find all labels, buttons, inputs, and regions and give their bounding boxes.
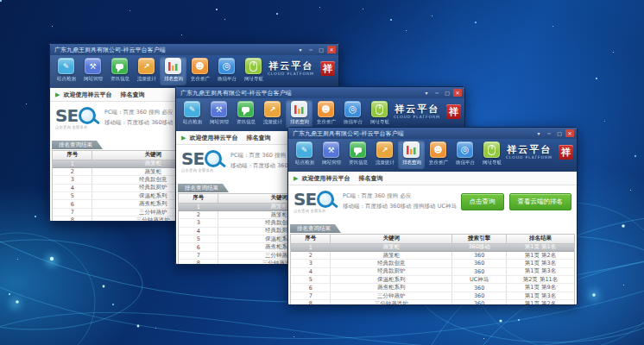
- toolbar-item-label: 流量统计: [136, 75, 155, 82]
- skin-icon[interactable]: ▾: [296, 46, 305, 53]
- welcome-bar: ▶ 欢迎使用祥云平台 排名查询: [288, 172, 577, 185]
- toolbar-item-label: 网址导航: [243, 75, 262, 82]
- seo-tagline: 点击查询 全面排名: [181, 168, 218, 172]
- table-row[interactable]: 1 蒸笼柜 360移动 第1页 第1名: [291, 244, 574, 252]
- cell-engine: 360: [452, 260, 507, 267]
- cell-no: 6: [291, 284, 331, 291]
- toolbar-item[interactable]: 排名查询: [286, 100, 313, 129]
- cell-keyword: 经典款创意: [331, 260, 452, 267]
- window-title: 广东九鼎王厨具有限公司-祥云平台客户端: [180, 89, 422, 97]
- results-tab[interactable]: 排名查询结果: [290, 224, 341, 233]
- window-controls: ▾ ─ ▢ ✕: [534, 129, 574, 137]
- table-row[interactable]: 8 三分钟蒸汽炉 360 第1页 第2名: [291, 300, 574, 305]
- close-icon[interactable]: ✕: [327, 46, 336, 53]
- toolbar-item-label: 网站管理: [83, 75, 102, 82]
- close-icon[interactable]: ✕: [453, 89, 462, 97]
- table-row[interactable]: 2 蒸笼柜 360 第1页 第2名: [291, 252, 574, 260]
- toolbar-item-label: 网站管理: [209, 118, 228, 125]
- cell-no: 7: [179, 252, 218, 259]
- cell-engine: 360: [452, 268, 507, 275]
- cell-keyword: 蒸笼柜: [331, 244, 452, 251]
- cell-no: 2: [53, 168, 92, 175]
- maximize-icon[interactable]: ▢: [555, 129, 564, 137]
- toolbar-item[interactable]: 资讯信息: [232, 100, 259, 129]
- ranking-query-icon: [165, 58, 181, 74]
- toolbar-item[interactable]: 网站管理: [318, 141, 344, 169]
- site-manage-icon: [323, 141, 339, 158]
- site-check-icon: [58, 58, 74, 74]
- toolbar-item[interactable]: 站点检测: [291, 141, 318, 169]
- toolbar-item-label: 排名查询: [289, 118, 308, 125]
- toolbar-item[interactable]: 网站管理: [205, 100, 232, 129]
- skin-icon[interactable]: ▾: [422, 89, 431, 97]
- toolbar-item[interactable]: 流量统计: [259, 100, 286, 129]
- toolbar-item[interactable]: 流量统计: [133, 57, 160, 85]
- table-row[interactable]: 3 经典款创意 360 第1页 第3名: [291, 260, 574, 267]
- cell-no: 2: [291, 252, 331, 259]
- skin-icon[interactable]: ▾: [534, 129, 543, 137]
- site-nav-icon: [371, 101, 388, 117]
- traffic-stats-icon: [264, 101, 281, 117]
- seo-logo-text: SE: [181, 150, 204, 167]
- cell-no: 2: [179, 211, 218, 218]
- table-row[interactable]: 6 蒸煮柜系列 360 第1页 第9名: [291, 284, 574, 292]
- brand-subtitle: CLOUD PLATFORM: [268, 72, 314, 76]
- minimize-icon[interactable]: ─: [306, 46, 315, 53]
- cloud-ranking-button[interactable]: 查看云端的排名: [509, 193, 572, 210]
- close-icon[interactable]: ✕: [565, 129, 574, 137]
- seo-logo: SE 点击查询 全面排名: [181, 150, 222, 172]
- toolbar-item-label: 站点检测: [56, 75, 75, 82]
- cell-no: 5: [179, 235, 218, 242]
- ranking-query-icon: [403, 141, 420, 158]
- maximize-icon[interactable]: ▢: [317, 46, 325, 53]
- toolbar-item[interactable]: 站点检测: [53, 57, 79, 85]
- results-tab[interactable]: 排名查询结果: [52, 141, 103, 149]
- toolbar-item[interactable]: 排名查询: [398, 141, 425, 169]
- toolbar-item[interactable]: 竞价推广: [186, 57, 213, 85]
- site-nav-icon: [245, 58, 262, 74]
- results-table: 序号 关键词 搜索引擎 排名结果 1 蒸笼柜 360移动 第1页 第1名 2 蒸…: [290, 234, 575, 305]
- toolbar-item[interactable]: 网站管理: [79, 57, 106, 85]
- toolbar-item[interactable]: 网址导航: [366, 100, 393, 129]
- toolbar-item[interactable]: 网址导航: [240, 57, 267, 85]
- toolbar-item[interactable]: 微信平台: [339, 100, 366, 129]
- section-title: 排名查询: [358, 174, 382, 183]
- toolbar-item-label: 竞价推广: [428, 159, 447, 166]
- results-tab[interactable]: 排名查询结果: [178, 184, 229, 192]
- table-row[interactable]: 7 三分钟蒸炉 360 第1页 第3名: [291, 292, 574, 300]
- play-icon: ▶: [181, 135, 186, 141]
- cell-keyword: 经典款厨炉: [331, 268, 452, 275]
- site-check-icon: [296, 141, 313, 158]
- toolbar-item[interactable]: 微信平台: [451, 141, 478, 169]
- toolbar-item[interactable]: 站点检测: [179, 100, 205, 129]
- section-title: 排名查询: [120, 91, 144, 99]
- cell-no: 3: [291, 260, 331, 267]
- toolbar-item[interactable]: 排名查询: [160, 57, 186, 85]
- maximize-icon[interactable]: ▢: [443, 89, 451, 97]
- toolbar-item-label: 资讯信息: [236, 118, 255, 125]
- toolbar-item-label: 流量统计: [375, 159, 394, 166]
- query-button[interactable]: 点击查询: [461, 193, 504, 210]
- bidding-promo-icon: [430, 141, 446, 158]
- toolbar-item[interactable]: 竞价推广: [313, 100, 339, 129]
- table-header: 序号 关键词 搜索引擎 排名结果: [291, 235, 574, 244]
- cell-no: 6: [53, 200, 92, 207]
- toolbar-item[interactable]: 流量统计: [371, 141, 398, 169]
- wechat-platform-icon: [218, 58, 235, 74]
- minimize-icon[interactable]: ─: [545, 129, 553, 137]
- toolbar-item-label: 流量统计: [262, 118, 281, 125]
- seo-tagline: 点击查询 全面排名: [294, 209, 330, 213]
- minimize-icon[interactable]: ─: [432, 89, 441, 97]
- brand-block: 祥云平台 CLOUD PLATFORM 祥: [503, 145, 573, 160]
- toolbar-item[interactable]: 微信平台: [213, 57, 240, 85]
- table-row[interactable]: 4 经典款厨炉 360 第1页 第3名: [291, 268, 574, 276]
- toolbar-item[interactable]: 资讯信息: [106, 57, 133, 85]
- news-info-icon: [237, 101, 254, 117]
- cell-engine: 360: [452, 284, 507, 291]
- ranking-query-icon: [291, 101, 307, 117]
- toolbar-item[interactable]: 竞价推广: [425, 141, 451, 169]
- brand-subtitle: CLOUD PLATFORM: [506, 155, 552, 160]
- table-row[interactable]: 5 保温柜系列 UC神马 第2页 第11名: [291, 276, 574, 284]
- toolbar-item[interactable]: 资讯信息: [344, 141, 371, 169]
- toolbar-item[interactable]: 网址导航: [478, 141, 505, 169]
